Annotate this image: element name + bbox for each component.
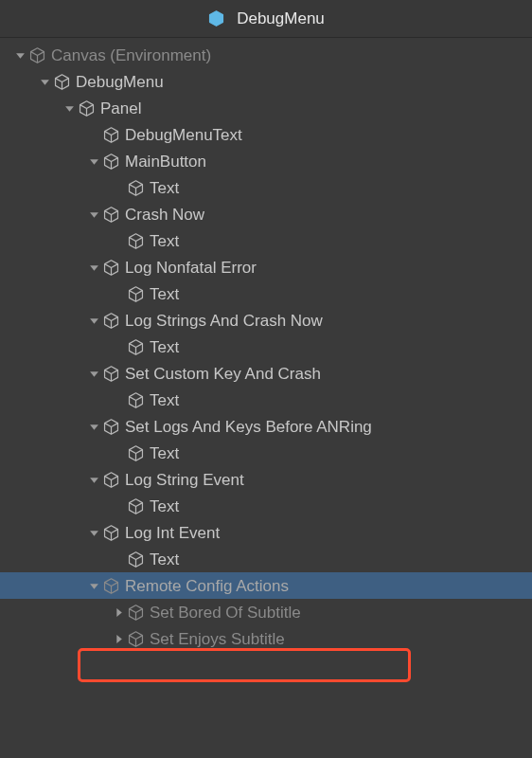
tree-row-crashnow[interactable]: Crash Now — [0, 201, 532, 227]
tree-row-panel[interactable]: Panel — [0, 95, 532, 121]
chevron-down-icon[interactable] — [87, 473, 100, 486]
tree-row-ses[interactable]: Set Enjoys Subtitle — [0, 625, 532, 652]
header-title-text: DebugMenu — [237, 9, 325, 28]
tree-item-label: Text — [150, 445, 179, 461]
tree-row-lietext[interactable]: Text — [0, 546, 532, 572]
gameobject-cube-icon — [102, 126, 119, 143]
prefab-cube-icon — [207, 10, 224, 27]
gameobject-cube-icon — [127, 232, 144, 249]
gameobject-cube-icon — [102, 365, 119, 382]
gameobject-cube-icon — [127, 391, 144, 408]
tree-row-mbtext[interactable]: Text — [0, 174, 532, 201]
tree-row-rca[interactable]: Remote Config Actions — [0, 572, 532, 599]
chevron-down-icon[interactable] — [38, 75, 51, 88]
tree-row-cntext[interactable]: Text — [0, 227, 532, 254]
gameobject-cube-icon — [102, 312, 119, 329]
tree-item-label: Set Logs And Keys Before ANRing — [125, 419, 372, 435]
tree-row-canvas[interactable]: Canvas (Environment) — [0, 42, 532, 68]
chevron-down-icon[interactable] — [13, 48, 27, 62]
tree-row-lnftext[interactable]: Text — [0, 280, 532, 307]
chevron-down-icon[interactable] — [87, 208, 100, 221]
tree-row-mainbtn[interactable]: MainButton — [0, 148, 532, 174]
tree-row-logse[interactable]: Log String Event — [0, 466, 532, 493]
tree-row-setck[interactable]: Set Custom Key And Crash — [0, 360, 532, 387]
chevron-down-icon[interactable] — [87, 154, 100, 168]
chevron-down-icon[interactable] — [87, 579, 100, 592]
gameobject-cube-icon — [127, 497, 144, 514]
chevron-down-icon[interactable] — [87, 314, 100, 327]
gameobject-cube-icon — [127, 630, 144, 647]
tree-item-label: Remote Config Actions — [125, 578, 289, 594]
hierarchy-header: DebugMenu — [0, 0, 532, 38]
chevron-right-icon[interactable] — [112, 632, 125, 645]
gameobject-cube-icon — [102, 418, 119, 435]
tree-item-label: Log Strings And Crash Now — [125, 313, 323, 329]
tree-item-label: Text — [150, 286, 179, 302]
gameobject-cube-icon — [102, 259, 119, 276]
tree-row-logie[interactable]: Log Int Event — [0, 519, 532, 546]
gameobject-cube-icon — [127, 444, 144, 461]
gameobject-cube-icon — [127, 285, 144, 302]
tree-row-lognf[interactable]: Log Nonfatal Error — [0, 254, 532, 280]
tree-item-label: Log Int Event — [125, 525, 220, 541]
tree-item-label: Log Nonfatal Error — [125, 260, 257, 276]
gameobject-cube-icon — [102, 524, 119, 541]
chevron-down-icon[interactable] — [87, 261, 100, 274]
tree-item-label: Set Enjoys Subtitle — [150, 631, 285, 647]
gameobject-cube-icon — [28, 46, 45, 63]
tree-item-label: DebugMenuText — [125, 127, 242, 143]
tree-item-label: Log String Event — [125, 472, 244, 488]
tree-row-scktext[interactable]: Text — [0, 387, 532, 413]
chevron-right-icon[interactable] — [112, 605, 125, 619]
tree-item-label: Text — [150, 392, 179, 408]
tree-row-logstr[interactable]: Log Strings And Crash Now — [0, 307, 532, 334]
gameobject-cube-icon — [127, 179, 144, 196]
tree-row-sbos[interactable]: Set Bored Of Subtitle — [0, 599, 532, 625]
gameobject-cube-icon — [102, 153, 119, 170]
gameobject-cube-icon — [127, 604, 144, 621]
tree-item-label: Crash Now — [125, 207, 204, 223]
tree-item-label: Set Bored Of Subtitle — [150, 605, 301, 621]
tree-row-setlk[interactable]: Set Logs And Keys Before ANRing — [0, 413, 532, 440]
tree-row-dmtext[interactable]: DebugMenuText — [0, 121, 532, 148]
gameobject-cube-icon — [127, 338, 144, 355]
tree-item-label: Text — [150, 339, 179, 355]
tree-item-label: Text — [150, 180, 179, 196]
tree-item-label: Text — [150, 551, 179, 568]
gameobject-cube-icon — [102, 206, 119, 223]
tree-row-debugmenu[interactable]: DebugMenu — [0, 68, 532, 95]
tree-row-lsetext[interactable]: Text — [0, 493, 532, 519]
gameobject-cube-icon — [78, 99, 95, 117]
chevron-down-icon[interactable] — [87, 526, 100, 539]
tree-item-label: Text — [150, 233, 179, 249]
tree-row-slktext[interactable]: Text — [0, 440, 532, 466]
gameobject-cube-icon — [127, 550, 144, 568]
chevron-down-icon[interactable] — [87, 420, 100, 433]
tree-item-label: Canvas (Environment) — [51, 47, 211, 63]
tree-item-label: DebugMenu — [76, 74, 164, 90]
gameobject-cube-icon — [53, 73, 70, 90]
gameobject-cube-icon — [102, 471, 119, 488]
hierarchy-tree[interactable]: Canvas (Environment) DebugMenu Panel Deb… — [0, 38, 532, 652]
annotation-highlight-box — [78, 648, 411, 682]
tree-item-label: Panel — [100, 100, 141, 117]
tree-row-lstext[interactable]: Text — [0, 334, 532, 360]
chevron-down-icon[interactable] — [87, 367, 100, 380]
gameobject-cube-icon — [102, 577, 119, 594]
tree-item-label: MainButton — [125, 153, 206, 170]
tree-item-label: Text — [150, 498, 179, 514]
chevron-down-icon[interactable] — [62, 101, 76, 115]
tree-item-label: Set Custom Key And Crash — [125, 366, 321, 382]
